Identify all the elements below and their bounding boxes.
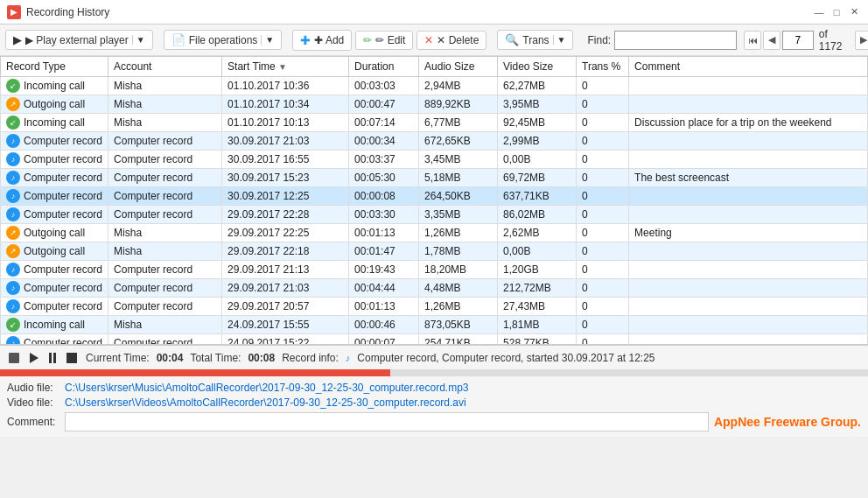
cell-record-type: ♪ Computer record — [1, 279, 108, 298]
maximize-button[interactable]: □ — [830, 5, 844, 19]
cell-video-size: 1,20GB — [498, 261, 577, 279]
play-icon: ▶ — [13, 33, 22, 46]
audio-file-link[interactable]: C:\Users\krser\Music\AmoltoCallRecorder\… — [65, 382, 469, 394]
cell-comment — [629, 279, 868, 298]
cell-start-time: 29.09.2017 22:25 — [222, 224, 349, 242]
table-row[interactable]: ♪ Computer record Computer record 30.09.… — [1, 132, 868, 151]
col-comment[interactable]: Comment — [629, 57, 868, 77]
edit-button[interactable]: ✏ ✏ Edit — [355, 31, 413, 50]
cell-start-time: 29.09.2017 22:28 — [222, 206, 349, 224]
table-row[interactable]: ♪ Computer record Computer record 29.09.… — [1, 261, 868, 279]
minimize-button[interactable]: — — [812, 5, 826, 19]
progress-bar-fill — [0, 369, 390, 376]
cell-trans: 0 — [577, 298, 629, 316]
status-stop-button[interactable] — [66, 353, 77, 363]
video-file-label: Video file: — [7, 396, 60, 409]
col-account[interactable]: Account — [108, 57, 222, 77]
table-row[interactable]: ↗ Outgoing call Misha 29.09.2017 22:18 0… — [1, 242, 868, 261]
play-external-player-button[interactable]: ▶ ▶ Play external player ▼ — [5, 30, 153, 50]
records-table: Record Type Account Start Time ▼ Duratio… — [0, 56, 868, 345]
record-type-text: Incoming call — [24, 116, 85, 129]
record-type-icon: ♪ — [6, 171, 20, 185]
cell-video-size: 2,99MB — [498, 132, 577, 151]
table-row[interactable]: ↗ Outgoing call Misha 01.10.2017 10:34 0… — [1, 95, 868, 114]
status-pause-button[interactable] — [49, 353, 56, 363]
col-video-size[interactable]: Video Size — [498, 57, 577, 77]
cell-record-type: ↗ Outgoing call — [1, 224, 108, 242]
record-info-text: Computer record, Computer record, starte… — [357, 352, 654, 364]
cell-start-time: 29.09.2017 21:03 — [222, 279, 349, 298]
delete-label: ✕ Delete — [437, 34, 479, 46]
table-row[interactable]: ♪ Computer record Computer record 30.09.… — [1, 169, 868, 187]
window-controls[interactable]: — □ ✕ — [812, 5, 861, 19]
record-type-text: Outgoing call — [24, 98, 85, 110]
cell-trans: 0 — [577, 279, 629, 298]
col-record-type[interactable]: Record Type — [1, 57, 108, 77]
edit-icon: ✏ — [363, 34, 372, 46]
record-type-text: Computer record — [24, 153, 102, 165]
add-icon: ✚ — [300, 33, 311, 47]
table-row[interactable]: ♪ Computer record Computer record 30.09.… — [1, 187, 868, 206]
col-duration[interactable]: Duration — [349, 57, 419, 77]
table-row[interactable]: ♪ Computer record Computer record 29.09.… — [1, 279, 868, 298]
delete-button[interactable]: ✕ ✕ Delete — [416, 31, 486, 50]
trans-dropdown-arrow[interactable]: ▼ — [553, 35, 566, 45]
record-type-text: Computer record — [24, 208, 102, 221]
table-row[interactable]: ↗ Outgoing call Misha 29.09.2017 22:25 0… — [1, 224, 868, 242]
table-row[interactable]: ↙ Incoming call Misha 01.10.2017 10:36 0… — [1, 77, 868, 95]
cell-duration: 00:01:13 — [349, 298, 419, 316]
record-type-text: Computer record — [24, 263, 102, 276]
nav-page-input[interactable] — [782, 31, 814, 50]
cell-trans: 0 — [577, 261, 629, 279]
cell-record-type: ♪ Computer record — [1, 187, 108, 206]
comment-row: Comment: AppNee Freeware Group. — [7, 412, 861, 431]
cell-audio-size: 3,45MB — [419, 151, 498, 169]
add-button[interactable]: ✚ ✚ Add — [292, 30, 352, 51]
status-play-button[interactable] — [30, 353, 38, 363]
video-file-link[interactable]: C:\Users\krser\Videos\AmoltoCallRecorder… — [65, 396, 466, 409]
cell-record-type: ↗ Outgoing call — [1, 95, 108, 114]
table-body: ↙ Incoming call Misha 01.10.2017 10:36 0… — [1, 77, 868, 346]
col-start-time[interactable]: Start Time ▼ — [222, 57, 349, 77]
cell-account: Computer record — [108, 261, 222, 279]
cell-comment: Discussion place for a trip on the weeke… — [629, 114, 868, 132]
comment-input[interactable] — [65, 412, 709, 431]
nav-first-button[interactable]: ⏮ — [744, 31, 761, 50]
col-trans[interactable]: Trans % — [577, 57, 629, 77]
table-row[interactable]: ♪ Computer record Computer record 29.09.… — [1, 206, 868, 224]
file-operations-button[interactable]: 📄 File operations ▼ — [164, 30, 283, 50]
find-input[interactable] — [614, 31, 737, 50]
trans-button[interactable]: 🔍 Trans ▼ — [497, 30, 573, 50]
cell-record-type: ↗ Outgoing call — [1, 242, 108, 261]
record-type-text: Computer record — [24, 300, 102, 312]
app-icon: ▶ — [7, 5, 21, 19]
close-button[interactable]: ✕ — [847, 5, 861, 19]
navigation-controls: ⏮ ◀ of 1172 ▶ ⏭ — [744, 28, 868, 53]
cell-audio-size: 5,18MB — [419, 169, 498, 187]
record-indicator-icon — [9, 353, 19, 363]
cell-video-size: 212,72MB — [498, 279, 577, 298]
table-row[interactable]: ↙ Incoming call Misha 01.10.2017 10:13 0… — [1, 114, 868, 132]
col-audio-size[interactable]: Audio Size — [419, 57, 498, 77]
edit-label: ✏ Edit — [375, 34, 405, 46]
progress-bar-container[interactable] — [0, 369, 868, 376]
record-type-icon: ♪ — [6, 134, 20, 148]
file-ops-dropdown-arrow[interactable]: ▼ — [261, 35, 274, 45]
cell-duration: 00:01:47 — [349, 242, 419, 261]
play-dropdown-arrow[interactable]: ▼ — [132, 35, 145, 45]
nav-prev-button[interactable]: ◀ — [763, 31, 780, 50]
nav-next-button[interactable]: ▶ — [855, 31, 868, 50]
records-table-container[interactable]: Record Type Account Start Time ▼ Duratio… — [0, 56, 868, 345]
cell-duration: 00:05:30 — [349, 169, 419, 187]
cell-video-size: 86,02MB — [498, 206, 577, 224]
record-type-icon: ↙ — [6, 318, 20, 332]
table-row[interactable]: ♪ Computer record Computer record 29.09.… — [1, 298, 868, 316]
cell-audio-size: 3,35MB — [419, 206, 498, 224]
cell-start-time: 30.09.2017 15:23 — [222, 169, 349, 187]
table-row[interactable]: ♪ Computer record Computer record 24.09.… — [1, 334, 868, 346]
table-row[interactable]: ↙ Incoming call Misha 24.09.2017 15:55 0… — [1, 316, 868, 334]
table-row[interactable]: ♪ Computer record Computer record 30.09.… — [1, 151, 868, 169]
cell-account: Computer record — [108, 279, 222, 298]
cell-account: Computer record — [108, 151, 222, 169]
record-type-icon: ↗ — [6, 244, 20, 258]
